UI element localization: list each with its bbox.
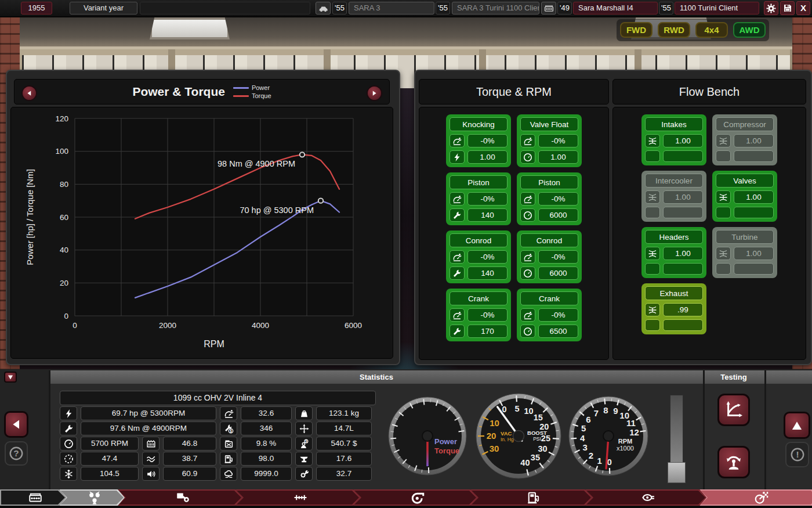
airflow-icon <box>645 303 660 316</box>
stat-service-cost-value: 346 <box>241 421 292 435</box>
card-title: Piston <box>449 175 507 189</box>
card-valve-float: Valve Float-0%1.00 <box>517 114 582 167</box>
legend-swatch <box>233 87 249 89</box>
engine-variant-name-input[interactable]: 1100 Turini Client <box>675 2 759 15</box>
flow-value: 1.00 <box>734 190 774 204</box>
power-torque-chart: 0200040006000020406080100120Power [hp] /… <box>11 107 393 359</box>
card-value: 1.00 <box>538 150 578 164</box>
exhaust-muffler-icon <box>641 491 655 505</box>
stat-efficiency-icon <box>220 437 237 451</box>
rpm-gauge-icon <box>520 150 535 164</box>
tab-engine-block[interactable] <box>0 489 66 506</box>
power-loss-icon <box>520 192 535 206</box>
torque-rpm-cards: Knocking-0%1.00Valve Float-0%1.00Piston-… <box>419 114 608 341</box>
variant-year-button[interactable]: Variant year <box>70 2 137 15</box>
tab-aspiration[interactable] <box>353 489 477 506</box>
confirm-button[interactable] <box>784 412 810 439</box>
turbo-icon <box>411 491 425 505</box>
tab-fuel-system[interactable] <box>470 489 592 506</box>
back-button[interactable] <box>4 411 28 438</box>
tab-valvetrain[interactable] <box>59 489 125 506</box>
tab-balance[interactable] <box>235 489 360 506</box>
collapse-statistics-button[interactable] <box>4 372 17 383</box>
warnings-button[interactable]: ! <box>785 442 809 467</box>
svg-text:Power: Power <box>434 437 457 446</box>
throttle-slider-handle[interactable] <box>668 462 686 483</box>
floppy-icon <box>783 3 792 13</box>
empty-cell <box>716 263 731 275</box>
tri-right-icon <box>371 90 378 96</box>
drivetrain-fwd-button[interactable]: FWD <box>620 22 652 38</box>
svg-text:Torque: Torque <box>434 446 459 455</box>
stat-power-loss-icon <box>220 406 237 420</box>
svg-text:RPM: RPM <box>618 438 632 445</box>
drivetrain-rwd-button[interactable]: RWD <box>658 22 690 38</box>
close-button[interactable]: X <box>796 1 810 15</box>
tab-exhaust[interactable] <box>585 489 706 506</box>
car-model-icon <box>316 2 331 15</box>
card-title: Conrod <box>520 233 578 247</box>
airflow-icon <box>716 134 731 147</box>
stat-responsiveness-value: 47.4 <box>81 452 139 466</box>
stat-cooling-icon <box>142 437 160 451</box>
divider <box>764 370 766 489</box>
rpm-gauge-icon <box>520 325 535 338</box>
stat-smoothness-value: 38.7 <box>163 452 216 466</box>
next-chart-button[interactable] <box>367 85 382 101</box>
stat-power-loss-value: 32.6 <box>241 406 292 420</box>
svg-text:3: 3 <box>582 442 587 452</box>
svg-text:80: 80 <box>60 180 68 189</box>
power-loss-icon <box>449 134 465 147</box>
model-year-badge: '55 <box>332 2 347 15</box>
engine-designer-screen: 1955 Variant year '55 SARA 3 '55 SARA 3 … <box>0 0 812 508</box>
dyno-curve-test-button[interactable] <box>717 394 750 426</box>
bottom-panel: Statistics Testing ? 1099 cc OHV 2V Inli… <box>0 369 812 508</box>
empty-cell <box>663 207 703 218</box>
card-title: Intercooler <box>645 174 703 188</box>
torque-rpm-body: Knocking-0%1.00Valve Float-0%1.00Piston-… <box>419 107 609 360</box>
card-conrod-rpm: Conrod-0%6000 <box>517 230 582 283</box>
tab-testing[interactable] <box>699 489 812 506</box>
stat-material-cost-icon: $ <box>295 437 313 451</box>
legend-item: Power <box>233 85 271 91</box>
settings-button[interactable] <box>764 1 778 15</box>
tab-bottom-end[interactable] <box>118 489 242 506</box>
svg-text:!: ! <box>796 449 799 459</box>
engine-family-icon <box>541 2 556 15</box>
card-title: Crank <box>520 291 578 305</box>
tabbar-base <box>0 506 812 508</box>
fuel-pump-icon <box>527 491 541 505</box>
dyno-flag-icon <box>755 491 768 505</box>
empty-cell <box>645 207 660 218</box>
save-button[interactable] <box>780 1 795 15</box>
card-value: 6500 <box>538 325 578 338</box>
svg-text:10: 10 <box>490 418 499 428</box>
manual-test-button[interactable] <box>717 446 750 478</box>
card-knocking: Knocking-0%1.00 <box>446 114 511 167</box>
stat-octane-icon <box>220 452 237 466</box>
empty-cell <box>663 319 703 331</box>
engine-name: 1099 cc OHV 2V Inline 4 <box>60 391 376 405</box>
legend-item: Torque <box>233 93 271 99</box>
svg-text:5: 5 <box>581 423 586 433</box>
help-button[interactable]: ? <box>5 441 28 466</box>
card-value: 140 <box>467 208 507 222</box>
flow-bench-body: Intakes1.00Compressor1.00Intercooler1.00… <box>612 107 806 360</box>
tab-aspiration-face <box>354 491 476 505</box>
flow-value: 1.00 <box>663 134 703 147</box>
gear-icon <box>766 3 776 13</box>
tri-left-icon <box>26 90 32 96</box>
drivetrain-awd-button[interactable]: AWD <box>733 22 766 38</box>
svg-text:VAC: VAC <box>501 430 512 437</box>
card-title: Compressor <box>716 117 774 131</box>
engine-family-name-input[interactable]: Sara Marshall I4 <box>573 2 658 15</box>
drivetrain-4x4-button[interactable]: 4x4 <box>695 22 728 38</box>
prev-chart-button[interactable] <box>21 85 37 101</box>
svg-text:In. Hg: In. Hg <box>501 437 514 442</box>
divider <box>703 370 705 489</box>
svg-text:20: 20 <box>487 431 496 441</box>
gauge-cluster: PowerTorque1020300510152025303540VACIn. … <box>385 387 655 487</box>
power-loss-icon <box>449 250 465 264</box>
statistics-grid: 69.7 hp @ 5300RPM32.6123.1 kg97.6 Nm @ 4… <box>60 406 376 481</box>
card-value: 1.00 <box>467 150 507 164</box>
